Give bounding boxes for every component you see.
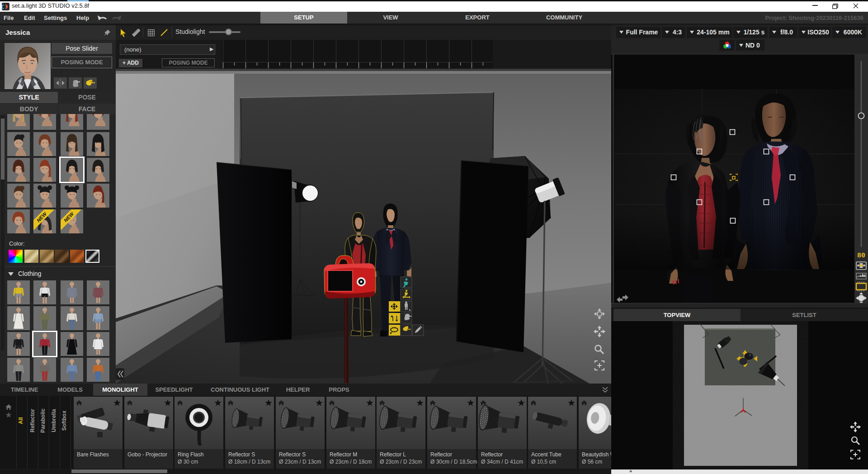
svg-text:80: 80	[857, 252, 865, 260]
